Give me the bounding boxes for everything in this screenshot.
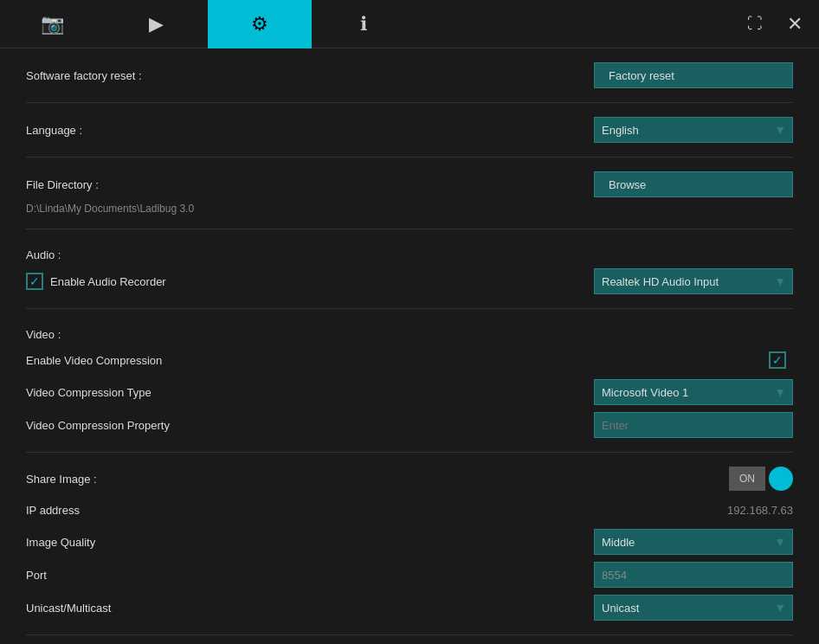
playback-icon: ▶	[149, 13, 164, 35]
share-image-on-button[interactable]: ON	[729, 467, 765, 491]
language-select-wrapper: English Chinese French German ▼	[594, 117, 793, 143]
compression-type-row: Video Compression Type Microsoft Video 1…	[26, 376, 793, 409]
software-mode-section: Software Mode : Annotation mode: Support…	[26, 635, 793, 644]
file-directory-label: File Directory :	[26, 178, 594, 191]
compression-property-input[interactable]	[594, 412, 793, 438]
nav-info[interactable]: ℹ	[312, 0, 416, 48]
nav-settings[interactable]: ⚙	[208, 0, 312, 48]
language-label: Language :	[26, 124, 594, 137]
ip-address-value: 192.168.7.63	[727, 504, 793, 517]
video-compression-label: Enable Video Compression	[26, 354, 769, 367]
top-navigation: 📷 ▶ ⚙ ℹ ⛶ ✕	[0, 0, 819, 48]
compression-property-row: Video Compression Property	[26, 409, 793, 441]
ip-address-row: IP address 192.168.7.63	[26, 494, 793, 525]
camera-icon: 📷	[41, 13, 64, 35]
audio-enable-label: Enable Audio Recorder	[50, 275, 166, 288]
audio-device-select-wrapper: Realtek HD Audio Input Default ▼	[594, 268, 793, 294]
port-label: Port	[26, 569, 594, 582]
video-section-label: Video :	[26, 319, 793, 345]
close-button[interactable]: ✕	[779, 9, 810, 40]
compression-property-control	[594, 412, 793, 438]
share-image-toggle-control: ON	[729, 467, 793, 491]
compression-type-select[interactable]: Microsoft Video 1	[594, 379, 793, 405]
unicast-select[interactable]: Unicast Multicast	[594, 595, 793, 621]
audio-device-select[interactable]: Realtek HD Audio Input Default	[594, 268, 793, 294]
language-select[interactable]: English Chinese French German	[594, 117, 793, 143]
nav-camera[interactable]: 📷	[0, 0, 104, 48]
video-section: Video : Enable Video Compression ✓ Video…	[26, 309, 793, 453]
browse-button[interactable]: Browse	[594, 171, 793, 197]
port-row: Port	[26, 558, 793, 591]
audio-device-control: Realtek HD Audio Input Default ▼	[594, 268, 793, 294]
file-directory-control: Browse	[594, 171, 793, 197]
image-quality-row: Image Quality Low Middle High ▼	[26, 525, 793, 558]
unicast-label: Unicast/Multicast	[26, 602, 594, 615]
settings-icon: ⚙	[251, 13, 268, 35]
file-directory-row: File Directory : Browse	[26, 168, 793, 201]
factory-reset-label: Software factory reset :	[26, 69, 594, 82]
compression-type-label: Video Compression Type	[26, 386, 594, 399]
audio-section: Audio : ✓ Enable Audio Recorder Realtek …	[26, 229, 793, 309]
image-quality-select[interactable]: Low Middle High	[594, 529, 793, 555]
share-image-toggle-group: ON	[729, 467, 793, 491]
share-image-label: Share Image :	[26, 473, 729, 486]
audio-enable-row: ✓ Enable Audio Recorder Realtek HD Audio…	[26, 265, 793, 298]
info-icon: ℹ	[360, 13, 367, 35]
unicast-row: Unicast/Multicast Unicast Multicast ▼	[26, 591, 793, 624]
audio-checkbox-group: ✓ Enable Audio Recorder	[26, 273, 594, 290]
compression-property-label: Video Compression Property	[26, 419, 594, 432]
audio-section-label: Audio :	[26, 240, 793, 265]
language-row: Language : English Chinese French German…	[26, 113, 793, 146]
share-image-section: Share Image : ON IP address 192.168.7.63…	[26, 453, 793, 635]
factory-reset-control: Factory reset	[594, 62, 793, 88]
share-image-circle-toggle[interactable]	[769, 467, 793, 491]
factory-reset-section: Software factory reset : Factory reset	[26, 48, 793, 103]
factory-reset-button[interactable]: Factory reset	[594, 62, 793, 88]
language-control: English Chinese French German ▼	[594, 117, 793, 143]
unicast-select-wrapper: Unicast Multicast ▼	[594, 595, 793, 621]
ip-address-value-control: 192.168.7.63	[727, 504, 793, 517]
image-quality-control: Low Middle High ▼	[594, 529, 793, 555]
expand-button[interactable]: ⛶	[739, 9, 771, 40]
audio-enable-checkbox[interactable]: ✓	[26, 273, 43, 290]
file-path-text: D:\Linda\My Documents\Ladibug 3.0	[26, 201, 793, 218]
port-control	[594, 562, 793, 588]
share-image-row: Share Image : ON	[26, 463, 793, 494]
factory-reset-row: Software factory reset : Factory reset	[26, 59, 793, 92]
port-input[interactable]	[594, 562, 793, 588]
image-quality-select-wrapper: Low Middle High ▼	[594, 529, 793, 555]
compression-type-control: Microsoft Video 1 ▼	[594, 379, 793, 405]
language-section: Language : English Chinese French German…	[26, 103, 793, 158]
ip-address-label: IP address	[26, 504, 727, 517]
file-directory-section: File Directory : Browse D:\Linda\My Docu…	[26, 158, 793, 229]
image-quality-label: Image Quality	[26, 536, 594, 549]
video-compression-checkbox[interactable]: ✓	[769, 351, 786, 369]
unicast-control: Unicast Multicast ▼	[594, 595, 793, 621]
nav-playback[interactable]: ▶	[104, 0, 208, 48]
video-compression-checkbox-control: ✓	[769, 351, 793, 369]
compression-type-select-wrapper: Microsoft Video 1 ▼	[594, 379, 793, 405]
video-compression-row: Enable Video Compression ✓	[26, 345, 793, 376]
settings-content: Software factory reset : Factory reset L…	[0, 48, 819, 644]
